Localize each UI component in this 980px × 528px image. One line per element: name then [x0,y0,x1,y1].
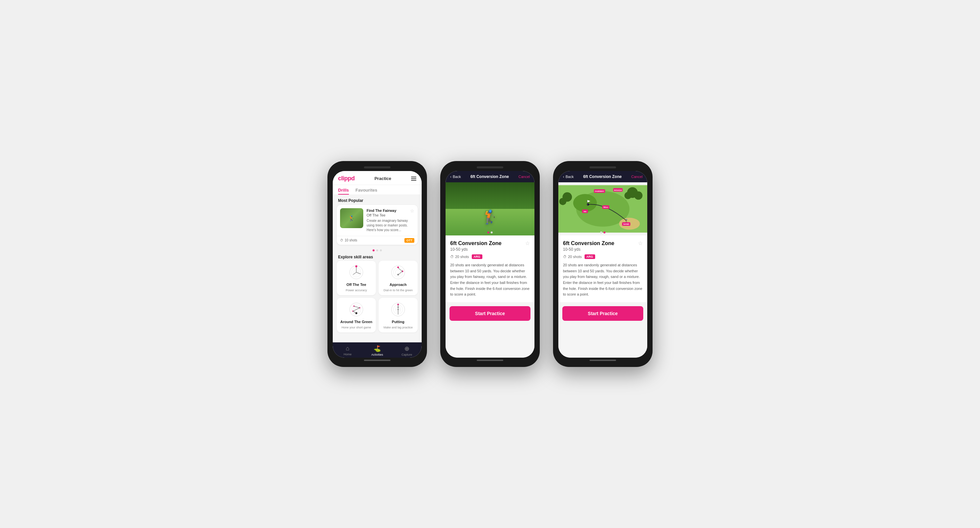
img-dot-2[interactable] [491,231,493,233]
phone-notch-3 [590,166,616,168]
svg-point-40 [559,198,566,205]
svg-point-34 [573,194,597,212]
drill-card-title: Find The Fairway [367,208,396,213]
image-dots-3 [600,231,605,233]
p2-description: 20 shots are randomly generated at dista… [450,262,530,298]
p2-meta: ⏱ 20 shots ARG [450,254,530,259]
tab-drills[interactable]: Drills [338,185,349,195]
hamburger-icon[interactable] [411,177,416,181]
favourite-star[interactable]: ☆ [410,208,414,214]
p3-back-button[interactable]: ‹ Back [563,175,574,179]
phones-container: clippd Practice Drills Favourites Most P… [328,161,652,367]
dot-3[interactable] [380,249,382,251]
svg-point-37 [634,191,643,199]
p2-hero-image: 🏌️ [445,182,535,235]
img-dot-3-1[interactable] [600,231,602,233]
p3-map-hero: 🏌️ Miss Hit FAIRWAY [558,182,647,235]
p2-favourite-star[interactable]: ☆ [525,240,530,246]
featured-drill-card[interactable]: 🏌️ Find The Fairway Off The Tee ☆ [337,205,418,245]
home-icon: ⌂ [346,345,349,352]
image-dots-2 [487,231,493,233]
p3-description: 20 shots are randomly generated at dista… [563,262,643,298]
activities-icon: ⛳ [374,345,381,353]
skill-name-approach: Approach [390,282,406,287]
svg-point-10 [398,266,399,268]
p3-arg-badge: ARG [585,254,595,259]
nav-capture[interactable]: ⊕ Capture [392,345,422,356]
nav-activities[interactable]: ⛳ Activities [362,345,392,356]
golfer-emoji: 🏌️ [348,215,355,222]
tab-favourites[interactable]: Favourites [356,185,377,195]
p2-arg-badge: ARG [472,254,482,259]
skill-name-ott: Off The Tee [346,282,366,287]
p2-header: ‹ Back 6ft Conversion Zone Cancel [445,171,535,182]
phone-3-screen: ‹ Back 6ft Conversion Zone Cancel [558,171,647,357]
skill-name-putting: Putting [392,320,404,324]
drill-card-desc: Create an imaginary fairway using trees … [367,219,414,233]
home-indicator-3 [590,360,616,361]
approach-icon [390,264,406,281]
drill-card-image: 🏌️ [340,208,363,228]
p3-header-title: 6ft Conversion Zone [583,174,622,179]
phone-notch-2 [477,166,503,168]
p3-clock-icon: ⏱ [563,255,566,259]
nav-home[interactable]: ⌂ Home [333,345,362,356]
svg-point-42 [587,203,589,206]
drill-card-subtitle: Off The Tee [367,213,396,217]
p1-title: Practice [375,176,391,181]
nav-home-label: Home [344,353,352,356]
p3-back-chevron: ‹ [563,175,564,179]
skill-name-atg: Around The Green [340,320,372,324]
p1-header: clippd Practice [333,171,422,185]
phone-2: ‹ Back 6ft Conversion Zone Cancel [440,161,540,367]
golf-image: 🏌️ [340,208,363,228]
img-dot-1[interactable] [487,231,489,233]
p2-back-button[interactable]: ‹ Back [450,175,461,179]
carousel-dots [333,247,422,253]
dot-1[interactable] [372,249,375,251]
drill-card-footer: ⏱ 10 shots OTT [337,236,418,245]
p3-shots-count: ⏱ 20 shots [563,255,582,259]
skill-around-green[interactable]: Around The Green Hone your short game [337,298,376,332]
svg-point-14 [398,274,399,275]
back-chevron: ‹ [450,175,452,179]
p1-content: Most Popular 🏌️ Find The Fairway [333,195,422,342]
explore-heading: Explore skill areas [333,253,422,261]
p3-drill-name: 6ft Conversion Zone [563,240,614,246]
skill-desc-putting: Make and lag practice [383,326,413,329]
start-practice-button-3[interactable]: Start Practice [562,306,643,321]
drill-card-text: Find The Fairway Off The Tee ☆ Create an… [367,208,414,233]
p3-favourite-star[interactable]: ☆ [638,240,643,246]
ott-badge: OTT [404,238,414,243]
p3-yardage: 10-50 yds [563,247,614,252]
svg-text:SAND: SAND [624,223,629,225]
p2-yardage: 10-50 yds [450,247,502,252]
p2-header-title: 6ft Conversion Zone [471,174,509,179]
p3-drill-card: 6ft Conversion Zone 10-50 yds ☆ ⏱ 20 sho… [558,235,647,302]
skill-approach[interactable]: Approach Dial-in to hit the green [379,261,418,295]
phone-1-screen: clippd Practice Drills Favourites Most P… [333,171,422,357]
back-label: Back [453,175,461,179]
phone-2-screen: ‹ Back 6ft Conversion Zone Cancel [445,171,535,357]
p1-logo: clippd [338,175,355,182]
off-the-tee-icon [348,264,364,281]
skill-desc-atg: Hone your short game [341,326,371,329]
p2-cancel-button[interactable]: Cancel [519,175,530,179]
home-indicator-2 [477,360,503,361]
p3-content: 🏌️ Miss Hit FAIRWAY [558,182,647,357]
p3-meta: ⏱ 20 shots ARG [563,254,643,259]
dot-2[interactable] [376,249,378,251]
skill-off-the-tee[interactable]: Off The Tee Power accuracy [337,261,376,295]
svg-point-38 [624,192,631,199]
skill-putting[interactable]: Putting Make and lag practice [379,298,418,332]
capture-icon: ⊕ [404,345,409,353]
svg-text:Miss: Miss [603,206,608,208]
svg-text:FAIRWAY: FAIRWAY [595,190,605,192]
p2-drill-card: 6ft Conversion Zone 10-50 yds ☆ ⏱ 20 sho… [445,235,535,302]
drill-shots: ⏱ 10 shots [340,238,357,242]
start-practice-button-2[interactable]: Start Practice [450,306,530,321]
img-dot-3-2[interactable] [603,231,605,233]
p3-cancel-button[interactable]: Cancel [631,175,643,179]
p2-clock-icon: ⏱ [450,255,454,259]
svg-point-3 [355,265,357,267]
